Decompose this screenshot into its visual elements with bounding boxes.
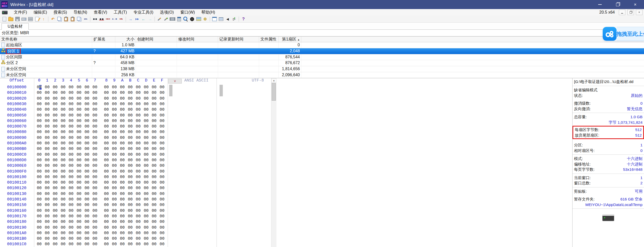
hex-byte[interactable]: 00 [102, 141, 111, 146]
hex-byte[interactable]: 00 [102, 169, 111, 174]
hex-row[interactable]: 001001A000000000000000000000000000000000 [0, 230, 277, 236]
hex-byte[interactable]: 00 [126, 135, 134, 141]
hex-byte[interactable]: 00 [91, 118, 99, 124]
hex-byte[interactable]: 00 [134, 124, 142, 129]
hex-byte[interactable]: 00 [110, 135, 118, 141]
ram-icon[interactable] [169, 16, 176, 22]
hex-byte[interactable]: 00 [83, 124, 91, 129]
hex-byte[interactable]: 00 [67, 129, 75, 135]
find-hex-icon[interactable]: HEX [105, 16, 111, 22]
column-header-0[interactable]: 文件名称 [0, 36, 92, 42]
hex-byte[interactable]: 00 [75, 146, 83, 152]
hex-byte[interactable]: 00 [75, 202, 83, 208]
hex-byte[interactable]: 00 [134, 225, 142, 230]
hex-byte[interactable]: 00 [67, 214, 75, 219]
hex-byte[interactable]: 00 [43, 113, 51, 118]
hex-byte[interactable]: 00 [59, 202, 67, 208]
hex-byte[interactable]: 00 [43, 157, 51, 163]
hex-row[interactable]: 0010007000000000000000000000000000000000 [0, 124, 277, 129]
hex-byte[interactable]: 00 [59, 236, 67, 241]
column-header-3[interactable]: 创建时间 [136, 36, 177, 42]
hex-byte[interactable]: 00 [150, 241, 158, 247]
hex-byte[interactable]: 00 [110, 180, 118, 185]
hex-byte[interactable]: 00 [59, 174, 67, 180]
hex-byte[interactable]: 00 [43, 180, 51, 185]
tab-usb-evidence[interactable]: U盘检材 [2, 23, 29, 30]
hex-byte[interactable]: 00 [102, 185, 111, 191]
hex-byte[interactable]: 00 [51, 197, 59, 202]
hex-byte[interactable]: 00 [118, 163, 126, 169]
hex-byte[interactable]: 00 [158, 214, 166, 219]
hex-byte[interactable]: 00 [75, 135, 83, 141]
hex-byte[interactable]: 00 [150, 141, 158, 146]
hex-byte[interactable]: 00 [110, 219, 118, 225]
help-icon[interactable]: ? [240, 16, 247, 22]
hex-byte[interactable]: 00 [102, 219, 111, 225]
hex-byte[interactable]: 00 [110, 241, 118, 247]
hex-byte[interactable]: 00 [118, 124, 126, 129]
clone-disk-icon[interactable] [27, 16, 34, 22]
hex-byte[interactable]: 00 [134, 129, 142, 135]
hex-byte[interactable]: 00 [43, 241, 51, 247]
paste-clipboard-icon[interactable] [63, 16, 69, 22]
hex-byte[interactable]: 00 [134, 230, 142, 236]
hex-byte[interactable]: 00 [43, 230, 51, 236]
hex-byte[interactable]: 00 [110, 85, 118, 90]
hex-byte[interactable]: 00 [91, 169, 99, 174]
hex-byte[interactable]: 00 [59, 219, 67, 225]
gallery-icon[interactable] [195, 16, 202, 22]
hex-row[interactable]: 001000C000000000000000000000000000000000 [0, 152, 277, 157]
specialist-tools-icon[interactable] [163, 16, 169, 22]
hex-byte[interactable]: 00 [59, 85, 67, 90]
hex-byte[interactable]: 00 [67, 152, 75, 157]
hex-byte[interactable]: 00 [83, 152, 91, 157]
hex-byte[interactable]: 00 [126, 113, 134, 118]
hex-byte[interactable]: 00 [110, 157, 118, 163]
hex-byte[interactable]: 00 [75, 85, 83, 90]
tools-icon[interactable] [156, 16, 163, 22]
hex-byte[interactable]: 00 [83, 174, 91, 180]
hex-byte[interactable]: 00 [75, 185, 83, 191]
hex-byte[interactable]: 00 [51, 169, 59, 174]
hex-byte[interactable]: 00 [126, 225, 134, 230]
hex-byte[interactable]: 00 [35, 214, 43, 219]
hex-byte[interactable]: 00 [134, 157, 142, 163]
hex-byte[interactable]: 00 [35, 219, 43, 225]
hex-byte[interactable]: 00 [59, 225, 67, 230]
hex-byte[interactable]: 00 [51, 236, 59, 241]
hex-byte[interactable]: 00 [67, 197, 75, 202]
hex-byte[interactable]: 00 [126, 107, 134, 112]
viewer-icon[interactable] [182, 16, 189, 22]
hex-byte[interactable]: 00 [142, 236, 150, 241]
hex-byte[interactable]: 00 [110, 141, 118, 146]
hex-byte[interactable]: 00 [83, 185, 91, 191]
hex-byte[interactable]: 00 [59, 163, 67, 169]
undo-icon[interactable]: ↶ [50, 16, 56, 22]
hex-byte[interactable]: 00 [118, 202, 126, 208]
hex-byte[interactable]: 00 [158, 169, 166, 174]
hex-byte[interactable]: 00 [134, 85, 142, 90]
hex-byte[interactable]: 00 [43, 219, 51, 225]
scroll-up-icon[interactable]: ▲ [271, 78, 276, 83]
menu-item-4[interactable]: 查看(V) [90, 9, 110, 16]
hex-row[interactable]: 001001C000000000000000000000000000000000 [0, 241, 277, 247]
hex-byte[interactable]: 00 [51, 146, 59, 152]
hex-byte[interactable]: 00 [126, 208, 134, 214]
hex-byte[interactable]: 00 [134, 152, 142, 157]
hex-byte[interactable]: 00 [51, 185, 59, 191]
hex-byte[interactable]: 00 [118, 113, 126, 118]
hex-byte[interactable]: 00 [35, 236, 43, 241]
hex-byte[interactable]: 00 [43, 101, 51, 107]
hex-row[interactable]: 0010009000000000000000000000000000000000 [0, 135, 277, 141]
hex-byte[interactable]: 00 [51, 85, 59, 90]
column-header-1[interactable]: 扩展名 [92, 36, 115, 42]
hex-byte[interactable]: 00 [102, 157, 111, 163]
next-window-icon[interactable]: ▷ [231, 16, 237, 22]
hex-byte[interactable]: 00 [91, 129, 99, 135]
hex-byte[interactable]: 00 [83, 96, 91, 101]
hex-byte[interactable]: 00 [142, 118, 150, 124]
hex-byte[interactable]: 00 [134, 219, 142, 225]
hex-byte[interactable]: 00 [91, 214, 99, 219]
hex-byte[interactable]: 00 [59, 113, 67, 118]
hex-byte[interactable]: 00 [67, 208, 75, 214]
